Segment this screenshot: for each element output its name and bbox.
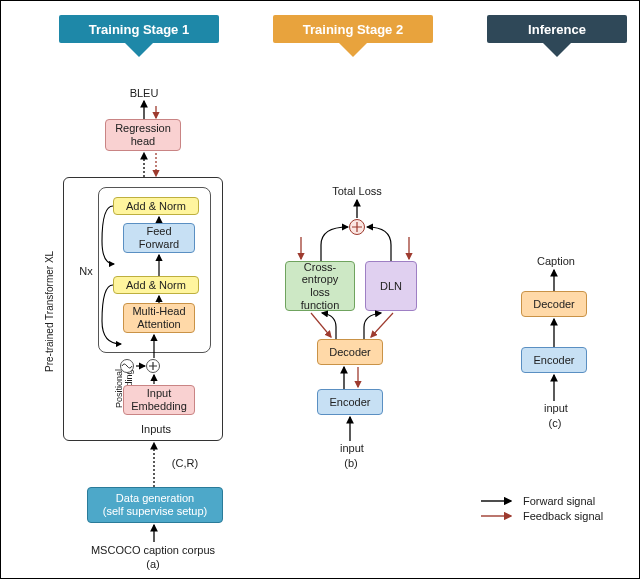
feed-forward-text: Feed Forward (139, 225, 179, 250)
regression-head-box: Regression head (105, 119, 181, 151)
encoder-b-box: Encoder (317, 389, 383, 415)
input-b-label: input (337, 442, 367, 454)
decoder-b-text: Decoder (329, 346, 371, 359)
decoder-c-box: Decoder (521, 291, 587, 317)
encoder-b-text: Encoder (330, 396, 371, 409)
encoder-c-box: Encoder (521, 347, 587, 373)
input-c-label: input (541, 402, 571, 414)
inputs-label: Inputs (131, 423, 181, 435)
add-norm-2: Add & Norm (113, 276, 199, 294)
pos-enc-wave-icon (120, 359, 134, 373)
legend: Forward signal Feedback signal (481, 495, 631, 525)
regression-head-text: Regression head (115, 122, 171, 147)
datagen-box: Data generation (self supervise setup) (87, 487, 223, 523)
banner-stage2: Training Stage 2 (273, 7, 433, 67)
cr-label: (C,R) (165, 457, 205, 469)
feed-forward-box: Feed Forward (123, 223, 195, 253)
legend-feedback: Feedback signal (481, 510, 631, 522)
decoder-b-box: Decoder (317, 339, 383, 365)
sub-a-label: (a) (143, 558, 163, 570)
legend-forward: Forward signal (481, 495, 631, 507)
legend-feedback-text: Feedback signal (523, 510, 603, 522)
banner-inference: Inference (487, 7, 627, 67)
nx-label: Nx (76, 265, 96, 277)
bleu-label: BLEU (119, 87, 169, 99)
legend-forward-text: Forward signal (523, 495, 595, 507)
caption-label: Caption (531, 255, 581, 267)
mha-box: Multi-Head Attention (123, 303, 195, 333)
svg-line-18 (371, 313, 393, 337)
input-embedding-box: Input Embedding (123, 385, 195, 415)
corpus-label: MSCOCO caption corpus (83, 544, 223, 556)
ce-loss-text: Cross- entropy loss function (291, 261, 349, 312)
banner-stage1: Training Stage 1 (59, 7, 219, 67)
datagen-text: Data generation (self supervise setup) (103, 492, 208, 517)
dln-box: DLN (365, 261, 417, 311)
encoder-c-text: Encoder (534, 354, 575, 367)
add-norm-2-text: Add & Norm (126, 279, 186, 292)
ce-loss-box: Cross- entropy loss function (285, 261, 355, 311)
banner-stage1-label: Training Stage 1 (89, 22, 189, 37)
add-norm-1: Add & Norm (113, 197, 199, 215)
total-loss-label: Total Loss (325, 185, 389, 197)
svg-line-17 (311, 313, 331, 337)
banner-stage2-label: Training Stage 2 (303, 22, 403, 37)
add-norm-1-text: Add & Norm (126, 200, 186, 213)
transformer-sidebar-label: Pre-trained Transformer XL (44, 231, 58, 391)
input-embedding-text: Input Embedding (131, 387, 187, 412)
sum-circle-icon (349, 219, 365, 235)
plus-circle-icon (146, 359, 160, 373)
decoder-c-text: Decoder (533, 298, 575, 311)
sub-b-label: (b) (341, 457, 361, 469)
banner-inference-label: Inference (528, 22, 586, 37)
mha-text: Multi-Head Attention (132, 305, 185, 330)
sub-c-label: (c) (545, 417, 565, 429)
dln-text: DLN (380, 280, 402, 293)
pos-enc-label: Positional Encoding (104, 353, 118, 423)
